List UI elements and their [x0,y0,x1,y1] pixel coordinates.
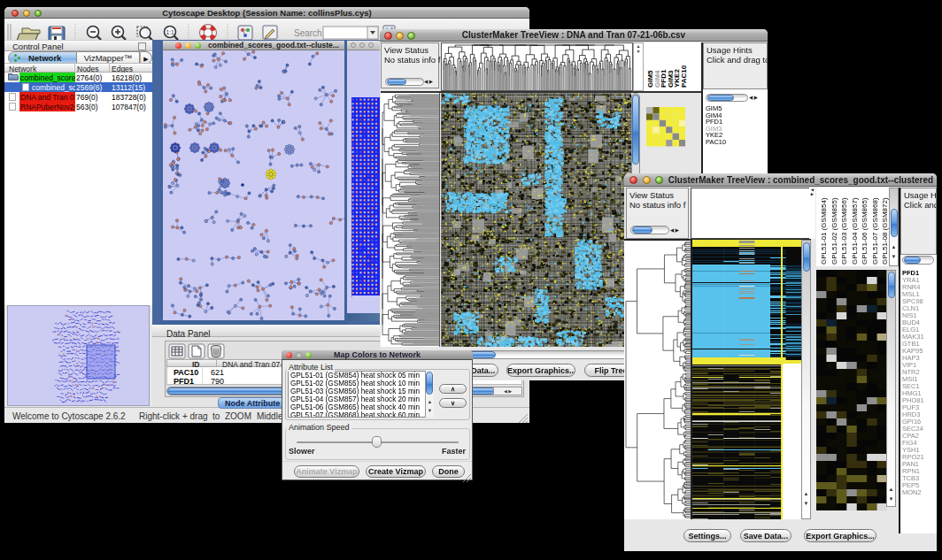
svg-text:Search:: Search: [294,28,324,38]
svg-text:1:1: 1:1 [166,29,174,35]
